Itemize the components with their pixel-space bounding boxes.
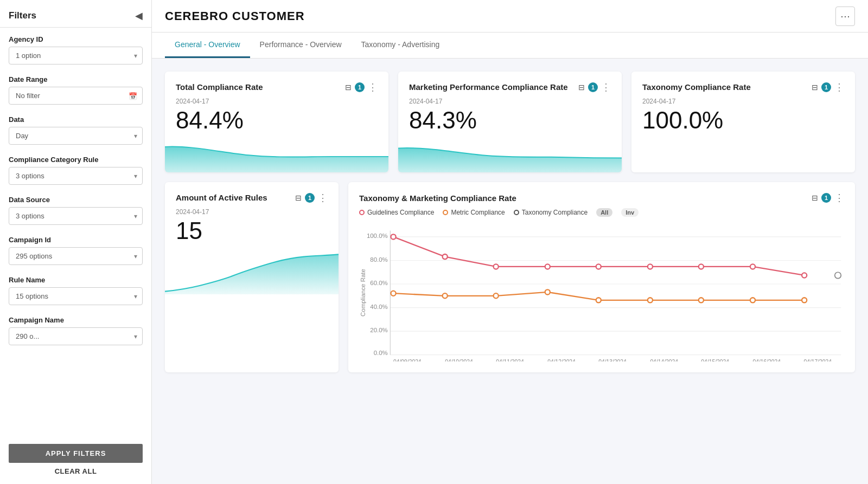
filter-campaign-id-wrapper[interactable]: 295 options ▾ (9, 247, 143, 265)
filter-icon[interactable]: ⊟ (812, 193, 818, 202)
bottom-row: Amount of Active Rules ⊟ 1 ⋮ 2024-04-17 … (165, 182, 855, 372)
more-icon[interactable]: ⋮ (601, 82, 611, 92)
kpi-total-compliance-date: 2024-04-17 (176, 98, 378, 105)
sidebar-title: Filters (9, 10, 36, 21)
kpi-total-compliance-actions: ⊟ 1 ⋮ (345, 82, 378, 92)
apply-filters-button[interactable]: APPLY FILTERS (9, 444, 143, 463)
kpi-active-rules-actions: ⊟ 1 ⋮ (295, 193, 328, 203)
filter-agency-id-wrapper[interactable]: 1 option ▾ (9, 47, 143, 64)
filter-campaign-id: Campaign Id 295 options ▾ (0, 228, 151, 268)
sidebar-header: Filters ◀ (0, 0, 151, 28)
svg-text:40.0%: 40.0% (370, 304, 387, 310)
filter-campaign-name-select[interactable]: 290 o... (9, 327, 143, 345)
filter-data-select[interactable]: Day (9, 127, 143, 145)
filter-date-range-wrapper[interactable]: No filter 📅 (9, 87, 143, 105)
filter-icon[interactable]: ⊟ (578, 83, 585, 92)
kpi-card-marketing-performance: Marketing Performance Compliance Rate ⊟ … (398, 72, 622, 172)
filter-campaign-name-label: Campaign Name (9, 316, 143, 324)
filter-icon[interactable]: ⊟ (812, 83, 818, 92)
kpi-taxonomy-compliance-value: 100.0% (642, 107, 844, 133)
filter-data-source-wrapper[interactable]: 3 options ▾ (9, 207, 143, 225)
kpi-total-compliance-value: 84.4% (176, 107, 378, 133)
filter-rule-name: Rule Name 15 options ▾ (0, 268, 151, 308)
filter-data-source-select[interactable]: 3 options (9, 207, 143, 225)
filter-rule-name-select[interactable]: 15 options (9, 287, 143, 305)
filter-badge: 1 (821, 82, 831, 92)
dashboard: Total Compliance Rate ⊟ 1 ⋮ 2024-04-17 8… (152, 59, 868, 484)
legend-taxonomy-label: Taxonomy Compliance (522, 209, 588, 216)
legend-guidelines-label: Guidelines Compliance (367, 209, 434, 216)
svg-text:04/12/2024: 04/12/2024 (547, 359, 576, 361)
collapse-sidebar-button[interactable]: ◀ (135, 10, 143, 22)
filter-badge: 1 (355, 82, 365, 92)
more-icon[interactable]: ⋮ (834, 82, 844, 92)
filter-date-range-select[interactable]: No filter (9, 87, 143, 105)
svg-point-32 (802, 273, 807, 278)
svg-point-35 (443, 294, 448, 299)
kpi-active-rules-date: 2024-04-17 (176, 208, 328, 216)
sidebar: Filters ◀ Agency ID 1 option ▾ Date Rang… (0, 0, 152, 484)
tab-general-overview[interactable]: General - Overview (165, 33, 250, 58)
kpi-active-rules-title: Amount of Active Rules (176, 193, 291, 202)
topbar-actions: ⋯ (835, 7, 855, 26)
svg-point-28 (596, 264, 601, 269)
filter-date-range-label: Date Range (9, 75, 143, 83)
filter-badge: 1 (305, 193, 315, 203)
more-options-button[interactable]: ⋯ (835, 7, 855, 26)
line-chart-actions: ⊟ 1 ⋮ (812, 193, 844, 203)
line-chart-svg: Compliance Rate 100.0% 80.0% 60.0% 40.0%… (359, 224, 844, 361)
kpi-marketing-performance-date: 2024-04-17 (409, 98, 611, 105)
filter-rule-name-wrapper[interactable]: 15 options ▾ (9, 287, 143, 305)
kpi-card-marketing-performance-header: Marketing Performance Compliance Rate ⊟ … (409, 82, 611, 92)
kpi-card-active-rules-header: Amount of Active Rules ⊟ 1 ⋮ (176, 193, 328, 203)
filter-icon[interactable]: ⊟ (345, 83, 352, 92)
filter-agency-id-label: Agency ID (9, 35, 143, 43)
more-icon[interactable]: ⋮ (834, 193, 844, 203)
filter-icon[interactable]: ⊟ (295, 193, 302, 202)
svg-point-24 (391, 235, 395, 240)
svg-point-26 (494, 264, 499, 269)
more-icon[interactable]: ⋮ (318, 193, 328, 203)
kpi-marketing-performance-chart (398, 140, 622, 172)
legend-inv-button[interactable]: Inv (621, 208, 639, 217)
kpi-marketing-performance-actions: ⊟ 1 ⋮ (578, 82, 611, 92)
filter-compliance-category-rule-wrapper[interactable]: 3 options ▾ (9, 167, 143, 185)
tab-taxonomy-advertising[interactable]: Taxonomy - Advertising (352, 33, 450, 58)
guidelines-dot (359, 210, 365, 215)
sidebar-actions: APPLY FILTERS CLEAR ALL (0, 435, 151, 484)
filter-agency-id-select[interactable]: 1 option (9, 47, 143, 64)
kpi-taxonomy-compliance-date: 2024-04-17 (642, 98, 844, 105)
svg-point-36 (494, 294, 499, 299)
more-icon[interactable]: ⋮ (368, 82, 378, 92)
legend-metric-label: Metric Compliance (451, 209, 505, 216)
main-content: CEREBRO CUSTOMER ⋯ General - Overview Pe… (152, 0, 868, 484)
line-chart-title: Taxonomy & Marketing Compliance Rate (359, 193, 516, 203)
filter-campaign-id-select[interactable]: 295 options (9, 247, 143, 265)
svg-text:04/17/2024: 04/17/2024 (803, 359, 832, 361)
svg-point-39 (648, 298, 653, 303)
legend-all-button[interactable]: All (596, 208, 612, 217)
line-chart-header: Taxonomy & Marketing Compliance Rate ⊟ 1… (359, 193, 844, 203)
kpi-row: Total Compliance Rate ⊟ 1 ⋮ 2024-04-17 8… (165, 72, 855, 172)
filter-compliance-category-rule-select[interactable]: 3 options (9, 167, 143, 185)
kpi-card-total-compliance: Total Compliance Rate ⊟ 1 ⋮ 2024-04-17 8… (165, 72, 388, 172)
svg-text:04/09/2024: 04/09/2024 (393, 359, 422, 361)
filter-campaign-name-wrapper[interactable]: 290 o... ▾ (9, 327, 143, 345)
kpi-marketing-performance-value: 84.3% (409, 107, 611, 133)
kpi-active-rules-chart (165, 251, 339, 294)
svg-point-40 (699, 298, 704, 303)
filter-compliance-category-rule-label: Compliance Category Rule (9, 156, 143, 164)
page-title: CEREBRO CUSTOMER (165, 9, 305, 23)
tab-performance-overview[interactable]: Performance - Overview (250, 33, 352, 58)
sidebar-scroll-area: Agency ID 1 option ▾ Date Range No filte… (0, 28, 151, 435)
filter-agency-id: Agency ID 1 option ▾ (0, 28, 151, 68)
filter-data-wrapper[interactable]: Day ▾ (9, 127, 143, 145)
legend-metric: Metric Compliance (443, 209, 505, 216)
filter-data-label: Data (9, 115, 143, 124)
filter-campaign-id-label: Campaign Id (9, 236, 143, 244)
svg-text:100.0%: 100.0% (367, 233, 388, 240)
clear-all-button[interactable]: CLEAR ALL (9, 467, 143, 475)
svg-text:04/13/2024: 04/13/2024 (598, 359, 627, 361)
filter-campaign-name: Campaign Name 290 o... ▾ (0, 308, 151, 349)
svg-point-34 (391, 291, 395, 296)
